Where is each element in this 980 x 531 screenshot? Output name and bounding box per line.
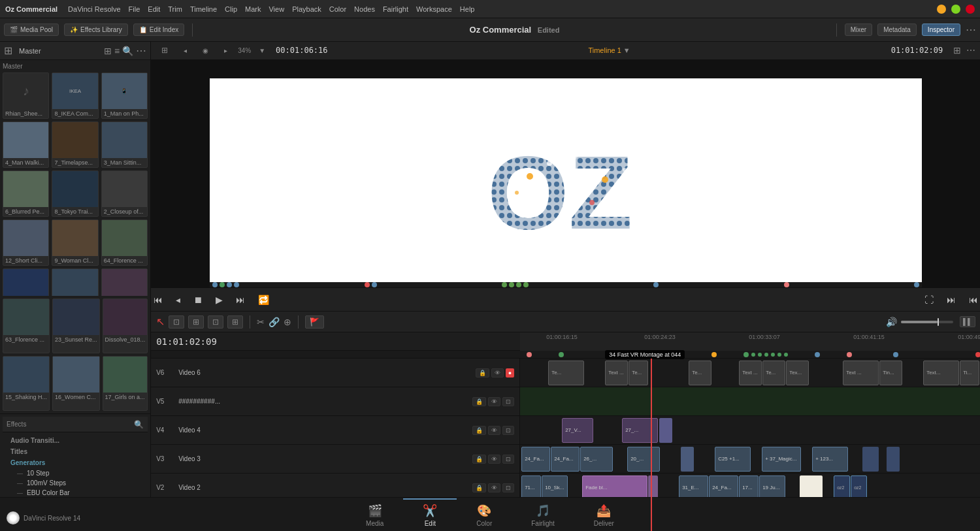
clip-v4-2[interactable]: 27_... [622, 418, 658, 443]
clip-v3-9[interactable] [887, 447, 900, 472]
menu-fairlight[interactable]: Fairlight [383, 5, 408, 13]
clip-v3-6[interactable]: C25 +1... [715, 447, 751, 472]
media-clip-16[interactable]: 63_Florence ... [3, 298, 50, 353]
menu-help[interactable]: Help [460, 5, 475, 13]
clip-v2-2[interactable]: 10_Sk... [542, 475, 568, 500]
preview-more-icon[interactable]: ⋯ [966, 45, 975, 56]
media-clip-10[interactable]: 12_Short Cli... [3, 219, 49, 266]
clip-v6-5[interactable]: Text ... [739, 361, 762, 385]
clip-v2-7[interactable]: 19 Ju... [759, 475, 785, 500]
v5-eye-button[interactable]: 👁 [488, 397, 500, 406]
edit-tool-icon[interactable]: ⊡ [169, 315, 184, 329]
menu-color[interactable]: Color [329, 5, 346, 13]
clip-v6-4[interactable]: Te... [689, 361, 711, 385]
skip-back-button[interactable]: ⏮ [966, 292, 980, 308]
effects-library-button[interactable]: ✨ Effects Library [64, 24, 128, 36]
media-clip-8[interactable]: 8_Tokyo Trai... [52, 170, 98, 217]
dropdown-icon[interactable]: ▼ [259, 47, 265, 54]
v6-lock-button[interactable]: 🔒 [476, 368, 489, 378]
expand-icon[interactable]: ⋯ [966, 24, 976, 36]
media-clip-17[interactable]: 23_Sunset Re... [52, 298, 100, 353]
maximize-button[interactable] [951, 5, 960, 14]
clip-v6-1[interactable]: Te... [548, 361, 584, 385]
clip-v2-1[interactable]: 71... [521, 475, 541, 500]
nav-fairlight[interactable]: 🎵 Fairlight [512, 498, 574, 531]
stop-button[interactable]: ⏹ [191, 292, 205, 308]
clip-v6-7[interactable]: Tex... [786, 361, 809, 385]
metadata-button[interactable]: Metadata [877, 24, 917, 36]
clip-v4-1[interactable]: 27_V... [562, 418, 593, 443]
v2-clip-button[interactable]: ⊡ [502, 483, 514, 492]
media-clip-12[interactable]: 64_Florence ... [101, 219, 148, 266]
effect-ebu[interactable]: EBU Color Bar [7, 488, 144, 498]
clip-v6-10[interactable]: Text... [923, 361, 959, 385]
menu-mark[interactable]: Mark [245, 5, 261, 13]
preview-size-icon[interactable]: ⊞ [953, 45, 961, 56]
v3-clip-button[interactable]: ⊡ [502, 455, 514, 464]
go-to-start-button[interactable]: ⏮ [151, 292, 165, 308]
fullscreen-button[interactable]: ⛶ [922, 292, 936, 308]
clip-v2-3[interactable] [648, 475, 658, 500]
media-pool-button[interactable]: 🎬 Media Pool [4, 24, 59, 36]
marker-button[interactable]: ◉ [197, 45, 214, 56]
v4-eye-button[interactable]: 👁 [488, 426, 500, 435]
skip-forward-button[interactable]: ⏭ [944, 292, 958, 308]
v6-eye-button[interactable]: 👁 [491, 368, 504, 378]
media-clip-11[interactable]: 9_Woman Cl... [52, 219, 98, 266]
audio-meter-icon[interactable]: ▌▌ [960, 316, 975, 327]
media-clip-4[interactable]: 4_Man Walki... [3, 121, 49, 168]
magnet-icon[interactable]: ⊕ [284, 317, 291, 327]
v5-lock-button[interactable]: 🔒 [472, 397, 486, 406]
razor-icon[interactable]: ✂ [257, 317, 265, 327]
v2-lock-button[interactable]: 🔒 [472, 483, 486, 492]
menu-view[interactable]: View [269, 5, 284, 13]
clip-v6-3[interactable]: Te... [629, 361, 648, 385]
v5-clip-button[interactable]: ⊡ [502, 397, 514, 406]
media-clip-6[interactable]: 3_Man Sittin... [101, 121, 148, 168]
menu-clip[interactable]: Clip [225, 5, 237, 13]
v6-rec-button[interactable]: ● [506, 368, 514, 378]
layout-icon[interactable]: ⊞ [4, 44, 12, 57]
play-button[interactable]: ▶ [213, 292, 225, 308]
clip-v6-2[interactable]: Text ... [605, 361, 628, 385]
titles-category[interactable]: Titles [7, 446, 144, 457]
step-back-button[interactable]: ◂ [173, 292, 183, 308]
media-clip-9[interactable]: 2_Closeup of... [101, 170, 148, 217]
clip-v2-6[interactable]: 17... [739, 475, 759, 500]
media-clip-2[interactable]: IKEA 8_IKEA Com... [52, 72, 98, 119]
clip-v3-1[interactable]: 24_Fa... [521, 447, 550, 472]
menu-workspace[interactable]: Workspace [416, 5, 452, 13]
menu-edit[interactable]: Edit [148, 5, 160, 13]
clip-v3-4[interactable]: 20_... [627, 447, 660, 472]
timeline-dropdown-icon[interactable]: ▼ [623, 46, 630, 54]
edit-index-button[interactable]: 📋 Edit Index [133, 24, 184, 36]
volume-slider[interactable] [901, 321, 953, 323]
more-icon[interactable]: ⋯ [136, 44, 146, 57]
menu-davinci[interactable]: DaVinci Resolve [68, 5, 121, 13]
media-clip-5[interactable]: 7_Timelapse... [52, 121, 98, 168]
trim-tool-icon[interactable]: ⊡ [208, 315, 223, 329]
nav-media[interactable]: 🎬 Media [346, 498, 403, 531]
clip-v3-2[interactable]: 24_Fa... [551, 447, 580, 472]
effect-10step[interactable]: 10 Step [7, 468, 144, 478]
go-to-end-button[interactable]: ⏭ [233, 292, 248, 308]
menu-trim[interactable]: Trim [168, 5, 182, 13]
v4-clip-button[interactable]: ⊡ [502, 426, 514, 435]
grid-view-icon[interactable]: ⊞ [104, 46, 112, 56]
media-clip-14[interactable]: 10_Sketching... [52, 268, 98, 296]
clip-v2-4[interactable]: 31_E... [679, 475, 708, 500]
clip-v3-3[interactable]: 26_... [580, 447, 613, 472]
effect-100mv[interactable]: 100mV Steps [7, 478, 144, 488]
menu-timeline[interactable]: Timeline [190, 5, 217, 13]
clip-v2-oz[interactable]: oz2 [834, 475, 850, 500]
prev-marker-button[interactable]: ◂ [178, 45, 192, 56]
media-clip-18[interactable]: Dissolve_018... [103, 298, 148, 353]
v3-eye-button[interactable]: 👁 [488, 455, 500, 464]
slip-tool-icon[interactable]: ⊞ [227, 315, 243, 329]
media-clip-1[interactable]: ♪ Rhian_Shee... [3, 72, 49, 119]
v2-eye-button[interactable]: 👁 [488, 483, 500, 492]
cursor-tool-icon[interactable]: ↖ [156, 315, 165, 328]
loop-button[interactable]: 🔁 [255, 292, 272, 308]
media-clip-7[interactable]: 6_Blurred Pe... [3, 170, 49, 217]
v3-lock-button[interactable]: 🔒 [472, 455, 486, 464]
